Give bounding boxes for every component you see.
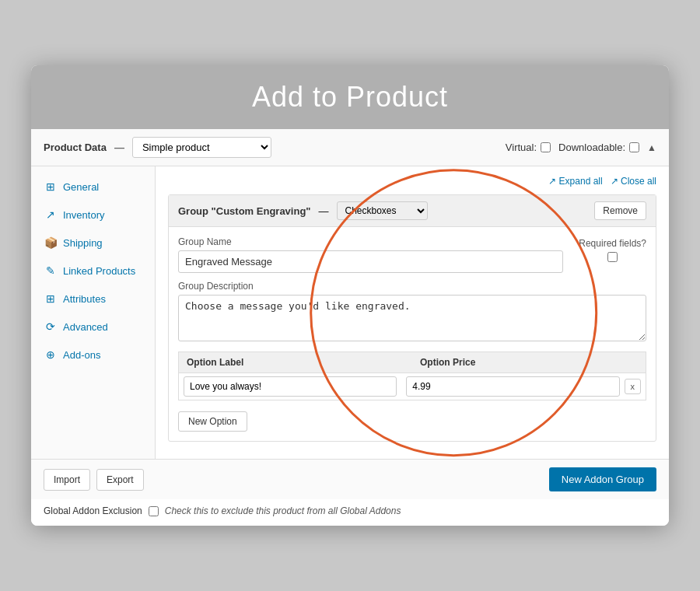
sidebar-item-add-ons[interactable]: ⊕ Add-ons <box>31 341 155 369</box>
inventory-icon: ↗ <box>44 208 57 221</box>
option-price-input[interactable] <box>406 376 619 397</box>
group-title: Group "Custom Engraving" <box>178 205 311 217</box>
global-exclusion-checkbox[interactable] <box>149 506 159 516</box>
expand-close-row: ↗ Expand all ↗ Close all <box>168 176 656 187</box>
expand-all-link[interactable]: ↗ Expand all <box>548 176 602 187</box>
sidebar-item-label: Add-ons <box>63 349 100 361</box>
sidebar-item-label: Inventory <box>63 209 104 221</box>
sidebar-item-advanced[interactable]: ⟳ Advanced <box>31 313 155 341</box>
product-data-separator: — <box>114 142 124 153</box>
global-exclusion-row: Global Addon Exclusion Check this to exc… <box>31 499 669 526</box>
footer-row: Import Export New Addon Group <box>31 459 669 499</box>
group-header: Group "Custom Engraving" — Checkboxes Se… <box>169 195 656 227</box>
virtual-label: Virtual: <box>506 142 537 153</box>
close-all-link[interactable]: ↗ Close all <box>611 176 656 187</box>
shipping-icon: 📦 <box>44 236 57 249</box>
import-button[interactable]: Import <box>44 469 90 491</box>
group-type-select[interactable]: Checkboxes Select Radio Multiple Choice <box>337 201 428 220</box>
product-data-bar: Product Data — Simple product Variable p… <box>31 129 669 166</box>
group-box: Group "Custom Engraving" — Checkboxes Se… <box>168 194 656 442</box>
group-body: Group Name Required fields? Gro <box>169 227 656 441</box>
sidebar-item-shipping[interactable]: 📦 Shipping <box>31 229 155 257</box>
page-wrapper: Add to Product Product Data — Simple pro… <box>0 0 700 591</box>
option-label-cell <box>179 373 401 400</box>
attributes-icon: ⊞ <box>44 292 57 305</box>
general-icon: ⊞ <box>44 180 57 193</box>
global-exclusion-label: Global Addon Exclusion <box>44 505 142 516</box>
sidebar-item-inventory[interactable]: ↗ Inventory <box>31 201 155 229</box>
option-price-col-header: Option Price <box>412 352 646 372</box>
main-layout: ⊞ General ↗ Inventory 📦 Shipping ✎ Linke… <box>31 166 669 459</box>
collapse-arrow-icon[interactable]: ▲ <box>647 142 656 153</box>
sidebar-item-label: Attributes <box>63 293 106 305</box>
group-name-row: Group Name Required fields? <box>178 236 646 273</box>
option-price-cell <box>401 373 624 400</box>
group-name-label: Group Name <box>178 236 563 247</box>
global-exclusion-text: Check this to exclude this product from … <box>165 505 401 516</box>
options-table-header: Option Label Option Price <box>178 351 646 372</box>
new-addon-group-button[interactable]: New Addon Group <box>549 467 656 491</box>
modal-header: Add to Product <box>31 65 669 129</box>
addons-icon: ⊕ <box>44 348 57 361</box>
group-description-label: Group Description <box>178 281 646 292</box>
option-label-input[interactable] <box>184 376 397 397</box>
modal-body: Product Data — Simple product Variable p… <box>31 129 669 526</box>
group-name-input[interactable] <box>178 250 563 273</box>
sidebar-item-label: General <box>63 181 99 193</box>
group-description-textarea[interactable]: Choose a message you'd like engraved. <box>178 295 646 341</box>
sidebar: ⊞ General ↗ Inventory 📦 Shipping ✎ Linke… <box>31 166 156 459</box>
downloadable-checkbox[interactable] <box>629 142 639 152</box>
required-fields-group: Required fields? <box>579 236 646 273</box>
sidebar-item-label: Linked Products <box>63 265 135 277</box>
product-data-label: Product Data <box>44 142 107 153</box>
content-area: ↗ Expand all ↗ Close all Group "Custom E… <box>156 166 669 459</box>
product-type-select[interactable]: Simple product Variable product Grouped … <box>132 137 271 158</box>
sidebar-item-general[interactable]: ⊞ General <box>31 173 155 201</box>
modal-title: Add to Product <box>54 81 646 114</box>
sidebar-item-label: Advanced <box>63 321 108 333</box>
options-table: Option Label Option Price <box>178 351 646 400</box>
virtual-checkbox[interactable] <box>541 142 551 152</box>
advanced-icon: ⟳ <box>44 320 57 333</box>
modal-container: Add to Product Product Data — Simple pro… <box>31 65 669 526</box>
virtual-group: Virtual: <box>506 142 551 153</box>
required-fields-checkbox[interactable] <box>607 252 618 262</box>
export-button[interactable]: Export <box>96 469 144 491</box>
required-fields-label: Required fields? <box>579 238 646 249</box>
group-description-group: Group Description Choose a message you'd… <box>178 281 646 344</box>
remove-option-button[interactable]: x <box>625 379 642 394</box>
new-option-button[interactable]: New Option <box>178 411 247 432</box>
downloadable-label: Downloadable: <box>558 142 625 153</box>
sidebar-item-label: Shipping <box>63 237 103 249</box>
linked-products-icon: ✎ <box>44 264 57 277</box>
option-label-col-header: Option Label <box>179 352 412 372</box>
downloadable-group: Downloadable: <box>558 142 639 153</box>
group-name-group: Group Name <box>178 236 563 273</box>
group-separator: — <box>319 205 329 217</box>
remove-group-button[interactable]: Remove <box>594 201 646 220</box>
sidebar-item-attributes[interactable]: ⊞ Attributes <box>31 285 155 313</box>
table-row: x <box>178 372 646 400</box>
sidebar-item-linked-products[interactable]: ✎ Linked Products <box>31 257 155 285</box>
